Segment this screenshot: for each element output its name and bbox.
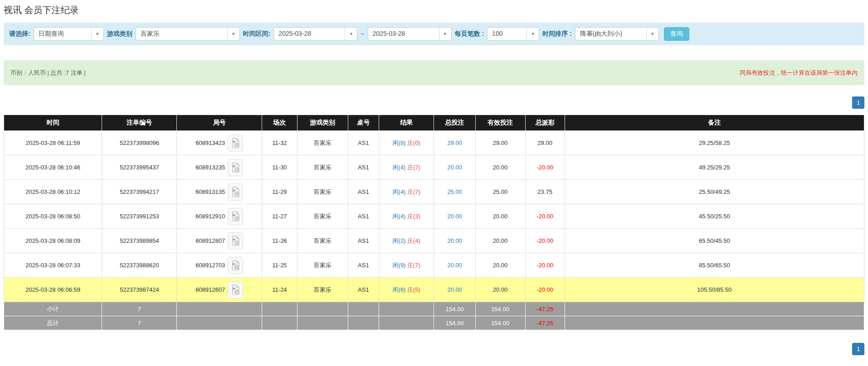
valid-bet-cell: 20.00 — [475, 155, 525, 180]
payout-sum-cell: -47.25 — [525, 302, 565, 316]
column-header: 桌号 — [348, 115, 379, 131]
page-size-select[interactable]: 100 ▼ — [487, 27, 539, 41]
table-no-cell: AS1 — [348, 253, 379, 278]
valid-bet-sum-cell: 154.00 — [475, 316, 525, 330]
date-from-value: 2025-03-28 — [274, 28, 345, 40]
result-banker: 庄(7) — [407, 164, 420, 171]
time-cell: 2025-03-28 06:08:09 — [4, 229, 102, 253]
result-banker: 庄(3) — [407, 213, 420, 220]
page-1-button[interactable]: 1 — [852, 96, 864, 109]
bet-id-cell: 522373998096 — [102, 131, 177, 155]
time-cell: 2025-03-28 06:11:59 — [4, 131, 102, 155]
column-header: 备注 — [565, 115, 864, 131]
video-replay-icon[interactable] — [228, 159, 243, 176]
bet-id-cell: 522373994217 — [102, 180, 177, 204]
video-replay-icon[interactable] — [228, 232, 243, 250]
column-header: 结果 — [379, 115, 434, 131]
table-row: 2025-03-28 06:11:59 522373998096 6089134… — [4, 131, 864, 155]
chevron-down-icon: ▼ — [91, 28, 103, 40]
table-row: 2025-03-28 06:06:59 522373987424 6089126… — [4, 278, 864, 302]
date-range-separator: ~ — [361, 30, 364, 38]
payout-value: -20.00 — [536, 286, 553, 293]
total-bet-link[interactable]: 25.00 — [447, 188, 462, 195]
result-cell: 闲(9) 庄(7) — [379, 253, 434, 278]
result-cell: 闲(4) 庄(7) — [379, 180, 434, 204]
time-cell: 2025-03-28 06:06:59 — [4, 278, 102, 302]
round-cell: 608913423 — [177, 131, 262, 155]
video-replay-icon[interactable] — [228, 183, 243, 201]
game-cell: 百家乐 — [297, 229, 348, 253]
result-cell: 闲(4) 庄(7) — [379, 155, 434, 180]
total-bet-link[interactable]: 20.00 — [447, 164, 462, 171]
result-banker: 庄(7) — [407, 188, 420, 195]
total-bet-link[interactable]: 20.00 — [447, 262, 462, 269]
total-bet-sum-cell: 154.00 — [434, 316, 475, 330]
table-row: 2025-03-28 06:10:46 522373995437 6089132… — [4, 155, 864, 180]
time-cell: 2025-03-28 06:08:50 — [4, 204, 102, 229]
valid-bet-cell: 20.00 — [475, 278, 525, 302]
bet-id-cell: 522373989854 — [102, 229, 177, 253]
session-cell: 11-25 — [262, 253, 297, 278]
total-label-cell: 总计 — [4, 316, 102, 330]
game-cell: 百家乐 — [297, 180, 348, 204]
round-cell: 608912807 — [177, 229, 262, 253]
result-banker: 庄(4) — [407, 237, 420, 244]
date-to-value: 2025-03-28 — [368, 28, 439, 40]
total-count-cell: 7 — [102, 302, 177, 316]
bet-id-cell: 522373995437 — [102, 155, 177, 180]
table-row: 2025-03-28 06:08:09 522373989854 6089128… — [4, 229, 864, 253]
time-sort-select[interactable]: 降幂(由大到小) ▼ — [575, 27, 659, 41]
session-cell: 11-27 — [262, 204, 297, 229]
total-bet-cell: 20.00 — [434, 204, 475, 229]
game-category-select[interactable]: 百家乐 ▼ — [136, 27, 240, 41]
remark-cell: 45.50/25.50 — [565, 204, 864, 229]
video-replay-icon[interactable] — [228, 135, 243, 152]
same-round-notice: 同局有效投注，统一计算在该局第一张注单内 — [740, 69, 858, 77]
session-cell: 11-30 — [262, 155, 297, 180]
time-cell: 2025-03-28 06:07:33 — [4, 253, 102, 278]
column-header: 局号 — [177, 115, 262, 131]
column-header: 总派彩 — [525, 115, 565, 131]
game-cell: 百家乐 — [297, 204, 348, 229]
total-bet-link[interactable]: 29.00 — [447, 140, 462, 146]
result-cell: 闲(6) 庄(5) — [379, 278, 434, 302]
result-player: 闲(2) — [393, 237, 406, 244]
result-banker: 庄(5) — [407, 286, 420, 293]
payout-value: -20.00 — [536, 213, 553, 220]
date-to-select[interactable]: 2025-03-28 ▼ — [368, 27, 452, 41]
video-replay-icon[interactable] — [228, 257, 243, 274]
query-type-select[interactable]: 日期查询 ▼ — [34, 27, 104, 41]
video-replay-icon[interactable] — [228, 208, 243, 225]
search-button[interactable]: 查询 — [664, 27, 689, 41]
payout-cell: 29.00 — [525, 131, 565, 155]
query-type-label: 请选择: — [9, 30, 30, 38]
table-row: 2025-03-28 06:07:33 522373988620 6089127… — [4, 253, 864, 278]
total-bet-link[interactable]: 20.00 — [447, 286, 462, 293]
payout-value: 29.00 — [537, 140, 552, 146]
remark-cell: 105.50/85.50 — [565, 278, 864, 302]
chevron-down-icon: ▼ — [527, 28, 539, 40]
date-from-select[interactable]: 2025-03-28 ▼ — [273, 27, 357, 41]
query-type-value: 日期查询 — [34, 28, 91, 40]
game-category-value: 百家乐 — [136, 28, 227, 40]
valid-bet-cell: 25.00 — [475, 180, 525, 204]
column-header: 注单编号 — [102, 115, 177, 131]
result-cell: 闲(8) 庄(0) — [379, 131, 434, 155]
page-1-button[interactable]: 1 — [852, 343, 864, 355]
total-bet-cell: 29.00 — [434, 131, 475, 155]
valid-bet-sum-cell: 154.00 — [475, 302, 525, 316]
round-number: 608912807 — [195, 237, 225, 244]
filter-bar: 请选择: 日期查询 ▼ 游戏类别 百家乐 ▼ 时间区间: 2025-03-28 … — [4, 23, 864, 45]
payout-value: -20.00 — [536, 164, 553, 171]
bets-table: 时间注单编号局号场次游戏类别桌号结果总投注有效投注总派彩备注 2025-03-2… — [4, 115, 864, 330]
total-bet-link[interactable]: 20.00 — [447, 237, 462, 244]
result-banker: 庄(0) — [407, 140, 420, 146]
total-bet-cell: 20.00 — [434, 229, 475, 253]
time-range-label: 时间区间: — [243, 30, 271, 38]
time-sort-label: 时间排序 : — [542, 30, 572, 38]
video-replay-icon[interactable] — [228, 281, 243, 299]
total-bet-link[interactable]: 20.00 — [447, 213, 462, 220]
payout-sum-cell: -47.25 — [525, 316, 565, 330]
total-bet-cell: 25.00 — [434, 180, 475, 204]
session-cell: 11-29 — [262, 180, 297, 204]
